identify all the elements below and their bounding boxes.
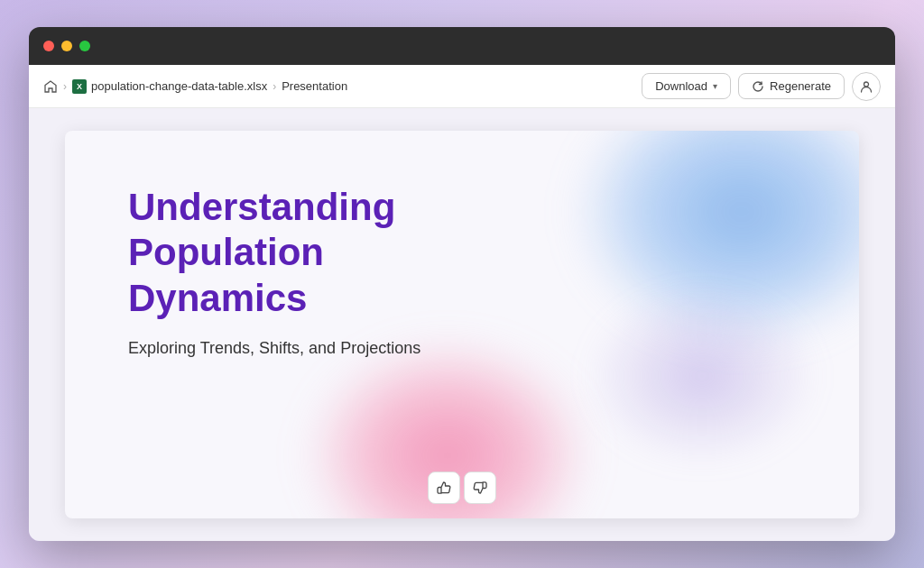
- toolbar-actions: Download ▾ Regenerate: [642, 72, 881, 101]
- chevron-down-icon: ▾: [713, 81, 717, 91]
- slide-subtitle: Exploring Trends, Shifts, and Projection…: [128, 339, 796, 358]
- thumbs-down-icon: [472, 480, 488, 496]
- download-label: Download: [655, 79, 707, 93]
- breadcrumb: › X population-change-data-table.xlsx › …: [43, 79, 634, 94]
- breadcrumb-file: X population-change-data-table.xlsx: [72, 79, 267, 94]
- breadcrumb-current: Presentation: [282, 79, 347, 93]
- slide-container: Understanding Population Dynamics Explor…: [65, 131, 859, 518]
- breadcrumb-filename[interactable]: population-change-data-table.xlsx: [91, 79, 267, 93]
- regenerate-button[interactable]: Regenerate: [738, 73, 845, 99]
- slide-title: Understanding Population Dynamics: [128, 185, 507, 321]
- main-content: Understanding Population Dynamics Explor…: [29, 108, 895, 541]
- breadcrumb-separator-2: ›: [273, 80, 276, 93]
- slide-content: Understanding Population Dynamics Explor…: [65, 131, 859, 412]
- refresh-icon: [752, 80, 764, 93]
- thumbs-down-button[interactable]: [464, 472, 496, 504]
- feedback-bar: [428, 472, 496, 504]
- traffic-lights: [43, 41, 90, 51]
- excel-icon: X: [72, 79, 87, 94]
- thumbs-up-button[interactable]: [428, 472, 460, 504]
- home-icon[interactable]: [43, 79, 58, 94]
- download-button[interactable]: Download ▾: [642, 73, 731, 99]
- close-button[interactable]: [43, 41, 54, 51]
- toolbar: › X population-change-data-table.xlsx › …: [29, 65, 895, 108]
- user-icon: [859, 79, 873, 94]
- thumbs-up-icon: [436, 480, 452, 496]
- minimize-button[interactable]: [61, 41, 72, 51]
- user-account-button[interactable]: [852, 72, 881, 101]
- title-bar: [29, 27, 895, 65]
- regenerate-label: Regenerate: [770, 79, 831, 93]
- svg-point-0: [864, 82, 869, 87]
- browser-window: › X population-change-data-table.xlsx › …: [29, 27, 895, 541]
- maximize-button[interactable]: [79, 41, 90, 51]
- breadcrumb-separator-1: ›: [63, 80, 67, 93]
